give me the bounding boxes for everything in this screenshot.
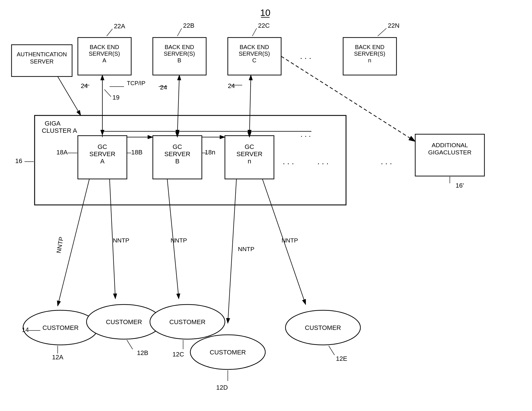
svg-text:BACK END: BACK END xyxy=(90,44,119,50)
svg-text:GIGACLUSTER: GIGACLUSTER xyxy=(428,149,472,156)
svg-text:· · ·: · · · xyxy=(381,159,392,168)
ref-18a: 18A xyxy=(56,149,67,156)
customer-d-label: CUSTOMER xyxy=(210,349,246,356)
svg-text:GC: GC xyxy=(173,143,182,150)
svg-text:· · ·: · · · xyxy=(300,132,311,140)
svg-line-66 xyxy=(329,346,334,355)
svg-text:· · ·: · · · xyxy=(283,159,294,168)
ref-24-mid: 24 xyxy=(160,84,167,91)
ref-19: 19 xyxy=(112,94,119,101)
ref-16prime: 16' xyxy=(456,182,464,189)
gigacluster-label: GIGA xyxy=(45,120,61,127)
svg-line-39 xyxy=(58,76,81,115)
customer-b-label: CUSTOMER xyxy=(106,318,142,326)
auth-server-label: AUTHENTICATION xyxy=(17,51,67,57)
svg-line-13 xyxy=(252,28,257,36)
ref-22a: 22A xyxy=(114,23,125,30)
ref-22n: 22N xyxy=(388,22,399,29)
nntp-label-5: NNTP xyxy=(281,237,298,244)
svg-text:n: n xyxy=(248,158,251,165)
svg-text:BACK END: BACK END xyxy=(355,44,384,50)
nntp-label-3: NNTP xyxy=(170,237,187,244)
svg-line-41 xyxy=(104,89,111,97)
svg-text:SERVER(S): SERVER(S) xyxy=(354,51,386,57)
ref-12a: 12A xyxy=(52,354,63,361)
svg-text:SERVER: SERVER xyxy=(30,58,54,65)
svg-text:SERVER: SERVER xyxy=(236,150,262,158)
svg-text:SERVER(S): SERVER(S) xyxy=(239,51,270,57)
ref-14: 14 xyxy=(22,326,29,333)
nntp-label-1: NNTP xyxy=(55,236,65,254)
tcp-ip-label: TCP/IP xyxy=(127,80,145,86)
nntp-label-4: NNTP xyxy=(238,246,254,252)
svg-text:SERVER: SERVER xyxy=(164,150,190,158)
svg-line-5 xyxy=(107,29,112,36)
svg-text:C: C xyxy=(252,57,256,63)
ref-12d: 12D xyxy=(216,384,228,391)
svg-text:SERVER(S): SERVER(S) xyxy=(164,51,195,57)
svg-text:n: n xyxy=(368,57,371,63)
ref-22b: 22B xyxy=(183,22,194,29)
svg-text:· · ·: · · · xyxy=(300,53,311,62)
svg-text:B: B xyxy=(177,57,181,63)
ref-18n: 18n xyxy=(205,149,215,156)
svg-text:· · ·: · · · xyxy=(317,159,329,168)
svg-text:SERVER(S): SERVER(S) xyxy=(89,51,120,57)
ref-18b: 18B xyxy=(131,149,142,156)
svg-text:SERVER: SERVER xyxy=(89,150,115,158)
svg-text:B: B xyxy=(175,158,180,165)
svg-text:BACK END: BACK END xyxy=(165,44,194,50)
ref-12e: 12E xyxy=(336,355,347,362)
svg-line-18 xyxy=(378,28,386,36)
svg-text:GC: GC xyxy=(98,143,107,150)
svg-text:GC: GC xyxy=(245,143,254,150)
svg-line-9 xyxy=(177,28,182,36)
svg-text:ADDITIONAL: ADDITIONAL xyxy=(432,142,468,148)
ref-12c: 12C xyxy=(172,351,184,358)
diagram-title: 10 xyxy=(260,8,270,18)
svg-text:A: A xyxy=(100,158,105,165)
ref-12b: 12B xyxy=(137,349,148,356)
diagram: 10 AUTHENTICATION SERVER BACK END SERVER… xyxy=(0,0,532,411)
ref-24-right: 24 xyxy=(228,82,235,89)
svg-text:CLUSTER A: CLUSTER A xyxy=(42,127,77,134)
svg-text:A: A xyxy=(102,57,106,63)
customer-a-label: CUSTOMER xyxy=(42,324,79,331)
customer-c-label: CUSTOMER xyxy=(169,318,206,326)
customer-e-label: CUSTOMER xyxy=(305,324,341,331)
nntp-label-2: NNTP xyxy=(113,237,129,244)
svg-line-63 xyxy=(127,340,133,349)
ref-16: 16 xyxy=(15,157,22,165)
ref-22c: 22C xyxy=(258,22,270,29)
ref-24-left: 24 xyxy=(81,82,88,89)
svg-text:BACK END: BACK END xyxy=(240,44,269,50)
